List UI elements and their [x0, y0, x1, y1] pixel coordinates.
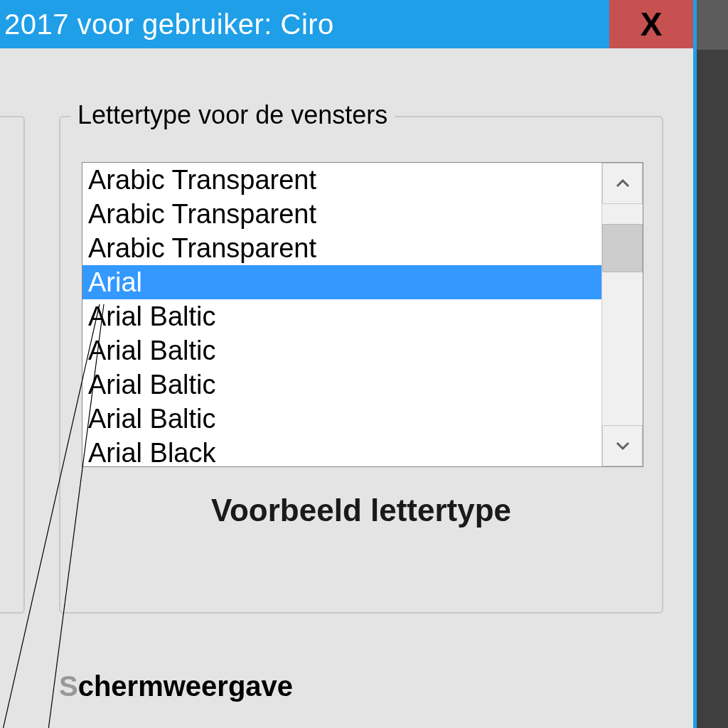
close-icon: X — [641, 5, 663, 43]
label-rest: chermweergave — [78, 670, 293, 702]
font-fieldset: Lettertype voor de vensters Arabic Trans… — [59, 116, 663, 614]
display-section-label: Schermweergave — [59, 670, 293, 702]
font-list-item[interactable]: Arabic Transparent — [82, 163, 601, 197]
font-list-item[interactable]: Arial Baltic — [82, 368, 601, 402]
scroll-up-button[interactable] — [602, 163, 643, 204]
font-list-items: Arabic TransparentArabic TransparentArab… — [82, 163, 601, 466]
font-preview-label: Voorbeeld lettertype — [60, 493, 662, 528]
window-shadow — [697, 50, 728, 728]
close-button[interactable]: X — [609, 0, 693, 48]
font-list-item[interactable]: Arial Baltic — [82, 299, 601, 333]
font-list-item[interactable]: Arial Baltic — [82, 333, 601, 368]
font-fieldset-legend: Lettertype voor de vensters — [70, 100, 395, 130]
font-list-item[interactable]: Arabic Transparent — [82, 197, 601, 231]
scroll-track[interactable] — [602, 204, 643, 425]
scroll-down-button[interactable] — [602, 425, 643, 466]
scrollbar — [601, 163, 643, 466]
font-list-item[interactable]: Arial — [82, 265, 601, 299]
chevron-up-icon — [614, 178, 631, 189]
window-title: 2017 voor gebruiker: Ciro — [4, 9, 334, 41]
chevron-down-icon — [614, 440, 631, 451]
titlebar: 2017 voor gebruiker: Ciro X — [0, 0, 693, 48]
font-list-item[interactable]: Arial Baltic — [82, 402, 601, 436]
font-listbox[interactable]: Arabic TransparentArabic TransparentArab… — [82, 162, 643, 467]
font-list-item[interactable]: Arial Black — [82, 436, 601, 466]
dialog-window: 2017 voor gebruiker: Ciro X Lettertype v… — [0, 0, 697, 728]
label-first-letter: S — [59, 670, 78, 702]
font-list-item[interactable]: Arabic Transparent — [82, 231, 601, 265]
left-fieldset-partial — [0, 116, 25, 614]
dialog-body: Lettertype voor de vensters Arabic Trans… — [0, 48, 693, 728]
scroll-thumb[interactable] — [602, 224, 643, 272]
